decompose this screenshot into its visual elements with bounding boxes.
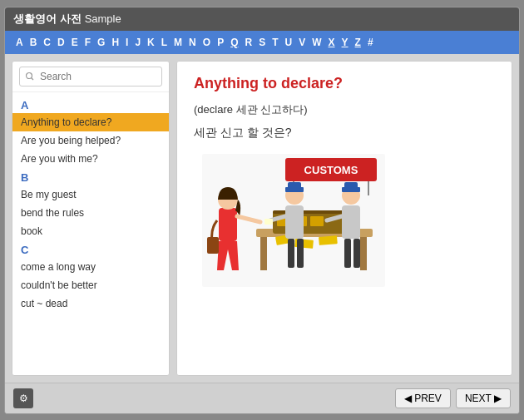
svg-rect-12 (310, 216, 324, 226)
svg-rect-16 (219, 208, 237, 241)
sidebar-section-c: C (12, 240, 169, 258)
main-area: AAnything to declare?Are you being helpe… (5, 54, 519, 383)
next-button[interactable]: NEXT ▶ (456, 388, 511, 408)
sidebar: AAnything to declare?Are you being helpe… (12, 61, 170, 376)
sidebar-list: AAnything to declare?Are you being helpe… (12, 92, 169, 375)
alpha-letter-k[interactable]: K (145, 36, 157, 49)
alpha-letter-s[interactable]: S (256, 36, 268, 49)
svg-rect-33 (344, 239, 351, 268)
alpha-letter-v[interactable]: V (296, 36, 308, 49)
svg-rect-28 (342, 205, 360, 239)
sidebar-section-b: B (12, 168, 169, 185)
svg-rect-7 (360, 237, 367, 270)
alpha-letter-j[interactable]: J (132, 36, 143, 49)
alpha-letter-u[interactable]: U (283, 36, 295, 49)
svg-rect-9 (273, 210, 348, 214)
sidebar-item[interactable]: couldn't be better (12, 276, 169, 294)
alpha-letter-o[interactable]: O (200, 36, 213, 49)
svg-rect-26 (288, 239, 294, 268)
alpha-letter-h[interactable]: H (109, 36, 121, 49)
content-area: Anything to declare? (declare 세관 신고하다) 세… (176, 61, 512, 376)
sidebar-item[interactable]: bend the rules (12, 204, 169, 222)
alpha-letter-t[interactable]: T (269, 36, 280, 49)
alpha-letter-q[interactable]: Q (228, 36, 240, 49)
content-title: Anything to declare? (194, 75, 495, 92)
alpha-letter-w[interactable]: W (309, 36, 324, 49)
alpha-letter-g[interactable]: G (95, 36, 107, 49)
svg-rect-34 (353, 239, 360, 268)
alpha-letter-b[interactable]: B (27, 36, 40, 49)
svg-rect-20 (285, 205, 304, 239)
svg-rect-23 (288, 182, 301, 189)
sidebar-item[interactable]: come a long way (12, 258, 169, 276)
app-window: 생활영어 사전 Sample ABCDEFGHIJKLMNOPQRSTUVWXY… (4, 7, 520, 414)
alpha-letter-r[interactable]: R (242, 36, 255, 49)
title-main: 생활영어 사전 (13, 12, 82, 27)
svg-rect-15 (319, 235, 338, 245)
alpha-letter-n[interactable]: N (186, 36, 199, 49)
footer-nav: ◀ PREV NEXT ▶ (395, 388, 511, 408)
svg-rect-6 (260, 237, 267, 270)
content-definition: (declare 세관 신고하다) (194, 102, 495, 117)
alpha-letter-z[interactable]: Z (353, 36, 363, 49)
svg-rect-31 (344, 182, 358, 189)
svg-text:CUSTOMS: CUSTOMS (304, 164, 358, 176)
alpha-letter-y[interactable]: Y (339, 36, 351, 49)
sidebar-item[interactable]: Are you with me? (12, 150, 169, 168)
alpha-letter-l[interactable]: L (159, 36, 170, 49)
sidebar-item[interactable]: cut ~ dead (12, 294, 169, 313)
alpha-letter-a[interactable]: A (13, 36, 26, 49)
sidebar-section-a: A (12, 96, 169, 113)
content-korean: 세관 신고 할 것은? (194, 126, 495, 141)
footer-bar: ⚙ ◀ PREV NEXT ▶ (5, 383, 519, 413)
alpha-letter-e[interactable]: E (69, 36, 81, 49)
alpha-letter-i[interactable]: I (123, 36, 131, 49)
sidebar-item[interactable]: book (12, 222, 169, 240)
customs-image: CUSTOMS (202, 154, 385, 287)
alpha-letter-m[interactable]: M (171, 36, 185, 49)
search-box (12, 62, 169, 92)
prev-button[interactable]: ◀ PREV (395, 388, 451, 408)
sidebar-item[interactable]: Anything to declare? (12, 113, 169, 131)
title-bar: 생활영어 사전 Sample (5, 7, 519, 31)
sidebar-item[interactable]: Are you being helped? (12, 131, 169, 150)
sidebar-item[interactable]: Be my guest (12, 185, 169, 204)
svg-rect-19 (207, 237, 219, 254)
search-input[interactable] (19, 67, 162, 86)
alpha-letter-p[interactable]: P (215, 36, 226, 49)
svg-rect-27 (297, 239, 304, 268)
alpha-letter-#[interactable]: # (365, 36, 376, 49)
alpha-letter-x[interactable]: X (326, 36, 338, 49)
alpha-bar: ABCDEFGHIJKLMNOPQRSTUVWXYZ# (5, 31, 519, 54)
alpha-letter-c[interactable]: C (41, 36, 53, 49)
settings-icon[interactable]: ⚙ (13, 388, 33, 408)
title-sub: Sample (85, 12, 121, 25)
alpha-letter-d[interactable]: D (55, 36, 67, 49)
svg-rect-25 (264, 219, 273, 225)
alpha-letter-f[interactable]: F (82, 36, 93, 49)
